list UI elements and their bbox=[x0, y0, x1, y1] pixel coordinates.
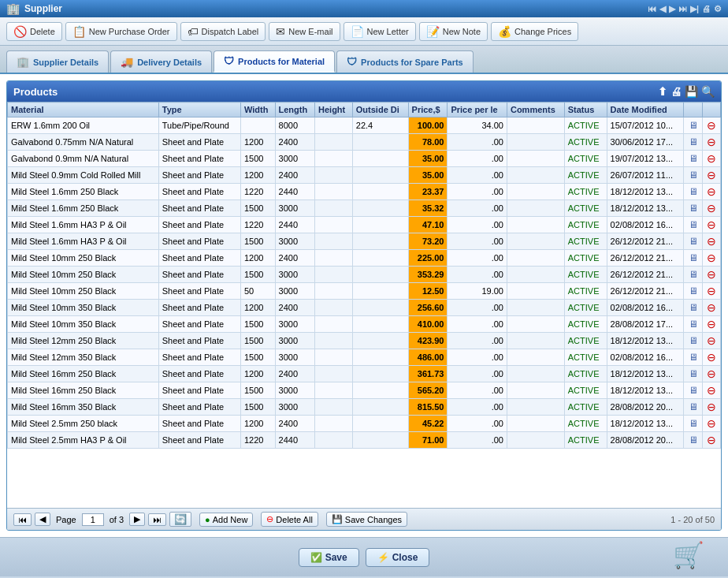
print-icon[interactable]: 🖨 bbox=[702, 4, 711, 14]
cell-width: 1500 bbox=[240, 349, 275, 366]
page-last-button[interactable]: ⏭ bbox=[148, 513, 166, 526]
tab-products-spare-parts[interactable]: 🛡 Products for Spare Parts bbox=[336, 50, 474, 73]
page-of-text: of 3 bbox=[110, 515, 124, 524]
cell-width: 1200 bbox=[240, 250, 275, 267]
new-note-button[interactable]: 📝 New Note bbox=[419, 22, 488, 41]
dispatch-label-button[interactable]: 🏷 Dispatch Label bbox=[180, 22, 266, 41]
edit-row-icon[interactable]: 🖥 bbox=[684, 316, 702, 333]
cell-type: Sheet and Plate bbox=[158, 416, 240, 432]
page-input[interactable] bbox=[82, 513, 104, 526]
cell-outside bbox=[352, 151, 408, 167]
cell-length: 3000 bbox=[275, 233, 314, 250]
edit-row-icon[interactable]: 🖥 bbox=[684, 200, 702, 217]
delete-row-icon[interactable]: ⊖ bbox=[702, 217, 720, 233]
cell-length: 3000 bbox=[275, 399, 314, 416]
settings-icon[interactable]: ⚙ bbox=[714, 4, 722, 14]
nav-last-icon[interactable]: ⏭ bbox=[678, 4, 687, 14]
cell-date: 18/12/2012 13... bbox=[607, 333, 684, 349]
cell-outside bbox=[352, 217, 408, 233]
col-edit bbox=[684, 103, 702, 117]
delete-row-icon[interactable]: ⊖ bbox=[702, 167, 720, 184]
tabs-container: 🏢 Supplier Details 🚚 Delivery Details 🛡 … bbox=[0, 46, 728, 74]
cell-material: Mild Steel 16mm 350 Black bbox=[8, 399, 159, 416]
collapse-icon[interactable]: ⬆ bbox=[658, 85, 667, 98]
delete-row-icon[interactable]: ⊖ bbox=[702, 200, 720, 217]
edit-row-icon[interactable]: 🖥 bbox=[684, 283, 702, 300]
delete-row-icon[interactable]: ⊖ bbox=[702, 300, 720, 316]
edit-row-icon[interactable]: 🖥 bbox=[684, 151, 702, 167]
edit-row-icon[interactable]: 🖥 bbox=[684, 399, 702, 416]
nav-next-icon[interactable]: ▶ bbox=[669, 4, 675, 14]
change-prices-button[interactable]: 💰 Change Prices bbox=[491, 22, 578, 41]
edit-row-icon[interactable]: 🖥 bbox=[684, 267, 702, 283]
save-changes-button[interactable]: 💾 Save Changes bbox=[326, 512, 407, 527]
nav-first-icon[interactable]: ⏮ bbox=[648, 4, 656, 14]
delete-row-icon[interactable]: ⊖ bbox=[702, 250, 720, 267]
page-next-button[interactable]: ▶ bbox=[129, 513, 145, 526]
cell-price: 73.20 bbox=[408, 233, 448, 250]
panel-print-icon[interactable]: 🖨 bbox=[670, 85, 682, 98]
tab-products-material[interactable]: 🛡 Products for Material bbox=[214, 50, 335, 73]
edit-row-icon[interactable]: 🖥 bbox=[684, 217, 702, 233]
close-button[interactable]: ⚡ Close bbox=[366, 548, 430, 567]
cell-price-per-length: .00 bbox=[448, 399, 507, 416]
tab-delivery-details[interactable]: 🚚 Delivery Details bbox=[110, 50, 212, 73]
add-new-button[interactable]: ● Add New bbox=[199, 513, 253, 527]
cell-status: ACTIVE bbox=[564, 283, 607, 300]
cell-material: Mild Steel 1.6mm 250 Black bbox=[8, 184, 159, 200]
delete-row-icon[interactable]: ⊖ bbox=[702, 432, 720, 449]
edit-row-icon[interactable]: 🖥 bbox=[684, 233, 702, 250]
delete-row-icon[interactable]: ⊖ bbox=[702, 184, 720, 200]
delete-row-icon[interactable]: ⊖ bbox=[702, 267, 720, 283]
refresh-button[interactable]: 🔄 bbox=[169, 512, 191, 527]
delete-row-icon[interactable]: ⊖ bbox=[702, 399, 720, 416]
cell-date: 28/08/2012 20... bbox=[607, 399, 684, 416]
delete-row-icon[interactable]: ⊖ bbox=[702, 117, 720, 134]
panel-search-icon[interactable]: 🔍 bbox=[701, 85, 715, 98]
nav-jump-icon[interactable]: ▶| bbox=[690, 4, 699, 14]
page-label: Page bbox=[56, 515, 76, 524]
cell-type: Sheet and Plate bbox=[158, 267, 240, 283]
delete-row-icon[interactable]: ⊖ bbox=[702, 316, 720, 333]
edit-row-icon[interactable]: 🖥 bbox=[684, 167, 702, 184]
new-purchase-order-button[interactable]: 📋 New Purchase Order bbox=[65, 22, 177, 41]
new-email-button[interactable]: ✉ New E-mail bbox=[269, 22, 340, 41]
delete-row-icon[interactable]: ⊖ bbox=[702, 366, 720, 382]
edit-row-icon[interactable]: 🖥 bbox=[684, 333, 702, 349]
edit-row-icon[interactable]: 🖥 bbox=[684, 134, 702, 151]
edit-row-icon[interactable]: 🖥 bbox=[684, 250, 702, 267]
cell-status: ACTIVE bbox=[564, 184, 607, 200]
cell-height bbox=[315, 349, 353, 366]
tab-supplier-details[interactable]: 🏢 Supplier Details bbox=[6, 50, 109, 73]
new-letter-button[interactable]: 📄 New Letter bbox=[344, 22, 416, 41]
delete-row-icon[interactable]: ⊖ bbox=[702, 151, 720, 167]
save-button[interactable]: ✅ Save bbox=[299, 548, 359, 567]
nav-prev-icon[interactable]: ◀ bbox=[659, 4, 666, 14]
edit-row-icon[interactable]: 🖥 bbox=[684, 349, 702, 366]
delete-all-button[interactable]: ⊖ Delete All bbox=[261, 512, 318, 527]
delete-row-icon[interactable]: ⊖ bbox=[702, 134, 720, 151]
delete-row-icon[interactable]: ⊖ bbox=[702, 233, 720, 250]
cell-material: Mild Steel 10mm 350 Black bbox=[8, 316, 159, 333]
edit-row-icon[interactable]: 🖥 bbox=[684, 432, 702, 449]
page-first-button[interactable]: ⏮ bbox=[13, 513, 32, 526]
edit-row-icon[interactable]: 🖥 bbox=[684, 117, 702, 134]
delete-row-icon[interactable]: ⊖ bbox=[702, 416, 720, 432]
panel-save-icon[interactable]: 💾 bbox=[685, 85, 698, 98]
col-type: Type bbox=[158, 103, 240, 117]
delete-row-icon[interactable]: ⊖ bbox=[702, 349, 720, 366]
col-price-per-length: Price per le bbox=[448, 103, 507, 117]
delete-button[interactable]: 🚫 Delete bbox=[6, 22, 62, 41]
table-row: Mild Steel 2.5mm HA3 P & Oil Sheet and P… bbox=[8, 432, 721, 449]
main-content: Products ⬆ 🖨 💾 🔍 Material Type Width Len… bbox=[0, 74, 728, 537]
edit-row-icon[interactable]: 🖥 bbox=[684, 382, 702, 399]
edit-row-icon[interactable]: 🖥 bbox=[684, 416, 702, 432]
edit-row-icon[interactable]: 🖥 bbox=[684, 366, 702, 382]
cell-height bbox=[315, 167, 353, 184]
edit-row-icon[interactable]: 🖥 bbox=[684, 300, 702, 316]
delete-row-icon[interactable]: ⊖ bbox=[702, 283, 720, 300]
delete-row-icon[interactable]: ⊖ bbox=[702, 382, 720, 399]
delete-row-icon[interactable]: ⊖ bbox=[702, 333, 720, 349]
edit-row-icon[interactable]: 🖥 bbox=[684, 184, 702, 200]
page-prev-button[interactable]: ◀ bbox=[35, 513, 50, 526]
